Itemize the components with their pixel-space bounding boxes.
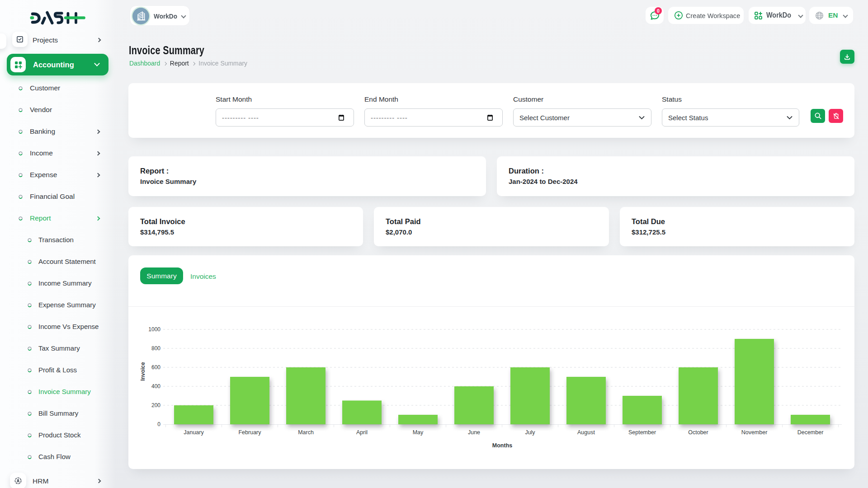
svg-text:600: 600 xyxy=(151,364,160,371)
svg-text:January: January xyxy=(184,429,204,436)
svg-text:June: June xyxy=(468,429,480,436)
svg-text:October: October xyxy=(688,429,708,436)
svg-text:March: March xyxy=(298,429,314,436)
svg-text:0: 0 xyxy=(157,421,160,427)
svg-text:December: December xyxy=(797,429,824,436)
svg-text:400: 400 xyxy=(151,383,160,389)
svg-text:July: July xyxy=(525,429,535,436)
svg-text:May: May xyxy=(413,429,424,436)
svg-text:1000: 1000 xyxy=(148,326,160,333)
svg-text:February: February xyxy=(238,429,261,436)
svg-text:April: April xyxy=(356,429,368,436)
svg-text:August: August xyxy=(577,429,595,436)
svg-text:November: November xyxy=(741,429,768,436)
svg-text:200: 200 xyxy=(151,402,160,408)
svg-text:Months: Months xyxy=(492,442,512,449)
svg-text:Invoice: Invoice xyxy=(140,362,146,381)
svg-text:September: September xyxy=(628,429,656,436)
svg-text:800: 800 xyxy=(151,345,160,352)
